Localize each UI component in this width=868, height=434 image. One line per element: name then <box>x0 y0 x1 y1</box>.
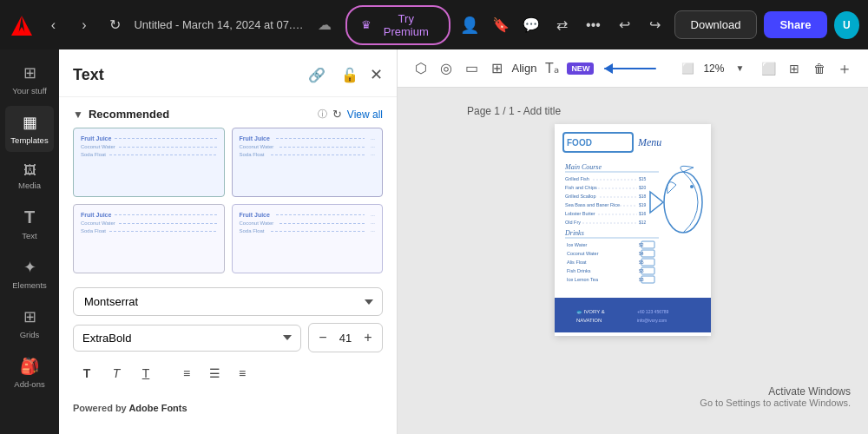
svg-text:$20: $20 <box>639 185 647 190</box>
refresh-button[interactable]: ↻ <box>103 12 128 38</box>
svg-text:info@ivory.com: info@ivory.com <box>637 318 667 323</box>
canvas-page[interactable]: FOOD Menu Main Course Grilled Fish <box>555 124 711 336</box>
panel-close-button[interactable]: ✕ <box>370 65 383 84</box>
font-size-value: 41 <box>337 332 354 345</box>
user-icon[interactable]: 👤 <box>457 12 482 38</box>
zoom-value: 12% <box>703 62 724 75</box>
svg-text:$16: $16 <box>639 211 647 216</box>
svg-text:+60 123 456789: +60 123 456789 <box>637 309 669 314</box>
grid-button[interactable]: ⊞ <box>784 55 804 82</box>
canvas-inner: Page 1 / 1 - Add title FOOD Menu <box>398 88 868 434</box>
link-icon[interactable]: 🔗 <box>304 62 330 88</box>
recommended-label: Recommended <box>89 108 312 121</box>
svg-text:$5: $5 <box>639 260 644 265</box>
powered-by: Powered by Adobe Fonts <box>59 396 397 420</box>
section-expand-icon: ▼ <box>73 108 83 121</box>
top-bar: ‹ › ↻ Untitled - March 14, 2024 at 07.39… <box>0 0 868 49</box>
italic-button[interactable]: T <box>102 359 130 387</box>
forward-button[interactable]: › <box>72 12 96 38</box>
page-nav-button[interactable]: ⬜ <box>674 55 701 82</box>
svg-text:Drinks: Drinks <box>564 229 584 237</box>
document-title: Untitled - March 14, 2024 at 07.39... <box>134 18 307 31</box>
svg-text:NAVATION: NAVATION <box>576 318 602 323</box>
align-justify-button[interactable]: ≡ <box>229 360 255 386</box>
back-button[interactable]: ‹ <box>41 12 65 38</box>
addons-icon: 🎒 <box>20 357 39 376</box>
crown-icon: ♛ <box>361 18 372 31</box>
underline-button[interactable]: T <box>132 359 160 387</box>
svg-text:Grilled Scallop: Grilled Scallop <box>565 194 595 199</box>
zoom-dropdown-button[interactable]: ▼ <box>726 55 753 82</box>
page-label: Page 1 / 1 - Add title <box>467 105 561 117</box>
font-weight-row: ExtraBold − 41 + <box>73 323 383 352</box>
sidebar-item-templates[interactable]: ▦ Templates <box>5 106 54 152</box>
svg-text:🐟 IVORY &: 🐟 IVORY & <box>576 308 605 315</box>
adobe-fonts-label: Adobe Fonts <box>128 403 187 413</box>
svg-text:$3: $3 <box>639 277 644 282</box>
text-style-group: T T T <box>73 359 160 387</box>
align-left-button[interactable]: ≡ <box>174 360 200 386</box>
refresh-icon[interactable]: ↻ <box>332 108 342 121</box>
svg-rect-46 <box>555 298 711 332</box>
share-chat-icon[interactable]: ⇄ <box>550 12 575 38</box>
font-weight-select[interactable]: ExtraBold <box>73 325 301 352</box>
info-icon: ⓘ <box>318 108 327 121</box>
svg-text:Fish and Chips: Fish and Chips <box>565 185 597 190</box>
sidebar-item-your-stuff[interactable]: ⊞ Your stuff <box>5 56 54 102</box>
lock-icon[interactable]: 🔓 <box>337 62 363 88</box>
panel-header-icons: 🔗 🔓 <box>304 62 363 88</box>
align-label: Align <box>512 62 537 75</box>
sidebar-item-text[interactable]: T Text <box>5 201 54 247</box>
bold-button[interactable]: T <box>73 359 101 387</box>
template-thumb-3[interactable]: Fruit Juice Coconut Water Soda Float <box>73 204 225 273</box>
left-sidebar: ⊞ Your stuff ▦ Templates 🖼 Media T Text … <box>0 49 59 434</box>
chat-icon[interactable]: 💬 <box>519 12 543 38</box>
svg-text:Fish Drinks: Fish Drinks <box>567 268 591 273</box>
share-button[interactable]: Share <box>764 11 826 38</box>
template-thumb-4[interactable]: Fruit Juice ··· Coconut Water ··· Soda F… <box>232 204 384 273</box>
view-all-link[interactable]: View all <box>347 108 383 121</box>
svg-text:$2: $2 <box>639 242 644 247</box>
template-thumb-1[interactable]: Fruit Juice Coconut Water Soda Float <box>73 128 225 197</box>
sidebar-item-grids[interactable]: ⊞ Grids <box>5 300 54 346</box>
new-badge: NEW <box>567 62 594 75</box>
template-thumb-2[interactable]: Fruit Juice ··· Coconut Water ··· Soda F… <box>232 128 384 197</box>
svg-text:$4: $4 <box>639 251 644 256</box>
adobe-logo <box>9 11 34 39</box>
font-family-row: Montserrat <box>73 287 383 316</box>
activate-windows-subtitle: Go to Settings to activate Windows. <box>700 398 851 408</box>
font-family-select[interactable]: Montserrat <box>73 287 383 316</box>
try-premium-button[interactable]: ♛ Try Premium <box>345 5 450 45</box>
toolbar-icon-3[interactable]: ▭ <box>462 55 482 82</box>
align-center-button[interactable]: ☰ <box>201 360 227 386</box>
bookmark-icon[interactable]: 🔖 <box>489 12 513 38</box>
cloud-icon: ☁ <box>318 16 332 33</box>
toolbar: ⬡ ◎ ▭ ⊞ Align Tₐ NEW ⬜ 12% ▼ ⬜ ⊞ 🗑 ＋ <box>398 49 868 88</box>
toolbar-icon-2[interactable]: ◎ <box>437 55 457 82</box>
svg-text:$3: $3 <box>639 268 644 273</box>
add-page-button[interactable]: ＋ <box>834 55 854 82</box>
media-icon: 🖼 <box>23 162 36 177</box>
svg-text:Grilled Fish: Grilled Fish <box>565 176 589 181</box>
download-button[interactable]: Download <box>674 10 758 39</box>
toolbar-text-icon[interactable]: Tₐ <box>542 55 562 82</box>
toolbar-icon-1[interactable]: ⬡ <box>411 55 431 82</box>
canvas-area: ⬡ ◎ ▭ ⊞ Align Tₐ NEW ⬜ 12% ▼ ⬜ ⊞ 🗑 ＋ <box>398 49 868 434</box>
svg-text:Menu: Menu <box>637 136 661 148</box>
sidebar-item-media[interactable]: 🖼 Media <box>5 155 54 197</box>
text-format-row: T T T ≡ ☰ ≡ <box>73 359 383 387</box>
delete-button[interactable]: 🗑 <box>809 55 829 82</box>
more-options-icon[interactable]: ••• <box>582 12 606 38</box>
activate-windows-title: Activate Windows <box>700 385 851 398</box>
sidebar-item-addons[interactable]: 🎒 Add-ons <box>5 350 54 396</box>
panel-title: Text <box>73 66 297 84</box>
sidebar-item-elements[interactable]: ✦ Elements <box>5 251 54 297</box>
svg-text:$19: $19 <box>639 202 647 207</box>
toolbar-icon-4[interactable]: ⊞ <box>487 55 507 82</box>
page-layout-button[interactable]: ⬜ <box>759 55 779 82</box>
redo-button[interactable]: ↪ <box>643 12 667 38</box>
decrease-size-button[interactable]: − <box>312 326 333 350</box>
increase-size-button[interactable]: + <box>358 326 378 350</box>
undo-button[interactable]: ↩ <box>612 12 636 38</box>
elements-icon: ✦ <box>23 258 36 277</box>
